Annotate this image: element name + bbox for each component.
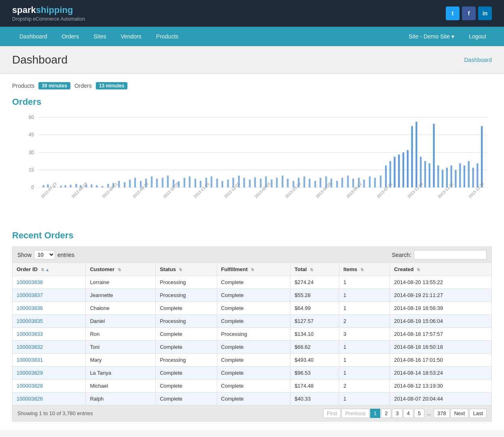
order-id-link[interactable]: 100003836: [17, 305, 43, 311]
cell-fulfillment: Complete: [217, 367, 290, 380]
cell-customer: Ralph: [86, 392, 156, 405]
cell-fulfillment: Complete: [217, 276, 290, 289]
svg-rect-24: [118, 181, 120, 187]
svg-rect-41: [211, 176, 212, 187]
order-id-link[interactable]: 100003828: [17, 383, 43, 389]
svg-rect-59: [309, 179, 310, 188]
cell-items: 2: [339, 380, 390, 392]
cell-status: Complete: [156, 328, 217, 341]
page-2-button[interactable]: 2: [381, 409, 391, 418]
order-id-link[interactable]: 100003826: [17, 396, 43, 402]
cell-created: 2014-08-19 21:11:27: [390, 289, 492, 302]
order-id-link[interactable]: 100003833: [17, 331, 43, 337]
svg-rect-19: [91, 185, 92, 188]
svg-rect-73: [385, 165, 387, 187]
col-status[interactable]: Status ⇅: [156, 263, 217, 276]
svg-rect-65: [341, 178, 343, 187]
pagination-buttons: First Previous 1 2 3 4 5 ... 378 Next La…: [323, 409, 487, 418]
cell-items: 1: [339, 367, 390, 380]
site-selector[interactable]: Site - Demo Site ▾: [403, 27, 460, 46]
order-id-link[interactable]: 100003838: [17, 279, 43, 285]
twitter-icon[interactable]: t: [446, 6, 460, 20]
svg-rect-36: [184, 178, 185, 187]
col-order-id[interactable]: Order ID ⇅ ▲: [13, 263, 86, 276]
svg-rect-64: [336, 181, 338, 187]
svg-rect-14: [64, 185, 66, 187]
previous-button[interactable]: Previous: [341, 409, 369, 418]
facebook-icon[interactable]: f: [462, 6, 476, 20]
svg-rect-44: [227, 180, 229, 188]
cell-items: 1: [339, 276, 390, 289]
table-row: 100003829 La Tanya Complete Complete $96…: [13, 367, 492, 380]
col-created[interactable]: Created ⇅: [390, 263, 492, 276]
col-items[interactable]: Items ⇅: [339, 263, 390, 276]
entries-select[interactable]: 10 25 50 100: [34, 250, 55, 259]
nav-item-sites[interactable]: Sites: [86, 27, 113, 46]
cell-items: 1: [339, 302, 390, 315]
cell-created: 2014-08-18 16:50:18: [390, 341, 492, 354]
page-4-button[interactable]: 4: [403, 409, 413, 418]
svg-rect-32: [162, 178, 163, 187]
order-id-link[interactable]: 100003831: [17, 357, 43, 363]
breadcrumb[interactable]: Dashboard: [464, 57, 492, 63]
svg-rect-69: [363, 180, 365, 188]
first-button[interactable]: First: [323, 409, 341, 418]
cell-customer: Ron: [86, 328, 156, 341]
cell-fulfillment: Complete: [217, 289, 290, 302]
cell-order-id: 100003838: [13, 276, 86, 289]
svg-text:2012-10-29: 2012-10-29: [162, 182, 180, 199]
cell-order-id: 100003835: [13, 315, 86, 328]
products-badge: 39 minutes: [38, 82, 70, 89]
page-1-button[interactable]: 1: [370, 409, 380, 418]
svg-rect-30: [151, 176, 152, 187]
showing-text: Showing 1 to 10 of 3,780 entries: [17, 410, 93, 416]
order-id-link[interactable]: 100003832: [17, 344, 43, 350]
nav-item-products[interactable]: Products: [149, 27, 186, 46]
svg-rect-50: [260, 179, 261, 188]
nav-item-orders[interactable]: Orders: [55, 27, 87, 46]
cell-items: 1: [339, 354, 390, 367]
table-row: 100003837 Jeannette Processing Complete …: [13, 289, 492, 302]
nav-left: Dashboard Orders Sites Vendors Products: [12, 27, 186, 46]
search-input[interactable]: [414, 250, 487, 259]
table-row: 100003826 Ralph Complete Complete $40.33…: [13, 392, 492, 405]
page-3-button[interactable]: 3: [392, 409, 402, 418]
orders-badge: 13 minutes: [96, 82, 128, 89]
table-row: 100003838 Lorraine Processing Complete $…: [13, 276, 492, 289]
cell-status: Processing: [156, 315, 217, 328]
order-id-link[interactable]: 100003835: [17, 318, 43, 324]
linkedin-icon[interactable]: in: [478, 6, 492, 20]
svg-rect-92: [468, 161, 470, 187]
col-fulfillment[interactable]: Fulfillment ⇅: [217, 263, 290, 276]
cell-customer: Chalone: [86, 302, 156, 315]
cell-customer: Jeannette: [86, 289, 156, 302]
order-id-link[interactable]: 100003837: [17, 292, 43, 298]
col-total[interactable]: Total ⇅: [290, 263, 339, 276]
page-5-button[interactable]: 5: [414, 409, 424, 418]
cell-fulfillment: Complete: [217, 354, 290, 367]
cell-fulfillment: Complete: [217, 302, 290, 315]
last-button[interactable]: Last: [469, 409, 487, 418]
svg-rect-70: [369, 176, 371, 187]
cell-created: 2014-08-16 17:01:50: [390, 354, 492, 367]
svg-text:2013-12-24: 2013-12-24: [468, 181, 485, 199]
next-button[interactable]: Next: [451, 409, 469, 418]
page-378-button[interactable]: 378: [434, 409, 450, 418]
orders-label: Orders: [74, 83, 92, 89]
logout-button[interactable]: Logout: [463, 27, 492, 46]
svg-rect-91: [464, 165, 465, 187]
svg-text:15: 15: [29, 167, 34, 173]
cell-customer: La Tanya: [86, 367, 156, 380]
svg-rect-38: [195, 179, 196, 188]
table-row: 100003831 Mary Processing Complete $493.…: [13, 354, 492, 367]
svg-rect-49: [254, 177, 256, 187]
col-customer[interactable]: Customer ⇅: [86, 263, 156, 276]
nav-item-vendors[interactable]: Vendors: [113, 27, 148, 46]
order-id-link[interactable]: 100003829: [17, 370, 43, 376]
nav-item-dashboard[interactable]: Dashboard: [12, 27, 55, 46]
cell-status: Complete: [156, 380, 217, 392]
logo-text: sparkshipping: [12, 5, 85, 15]
cell-status: Complete: [156, 367, 217, 380]
table-controls-top: Show 10 25 50 100 entries Search:: [12, 246, 492, 263]
cell-status: Processing: [156, 354, 217, 367]
